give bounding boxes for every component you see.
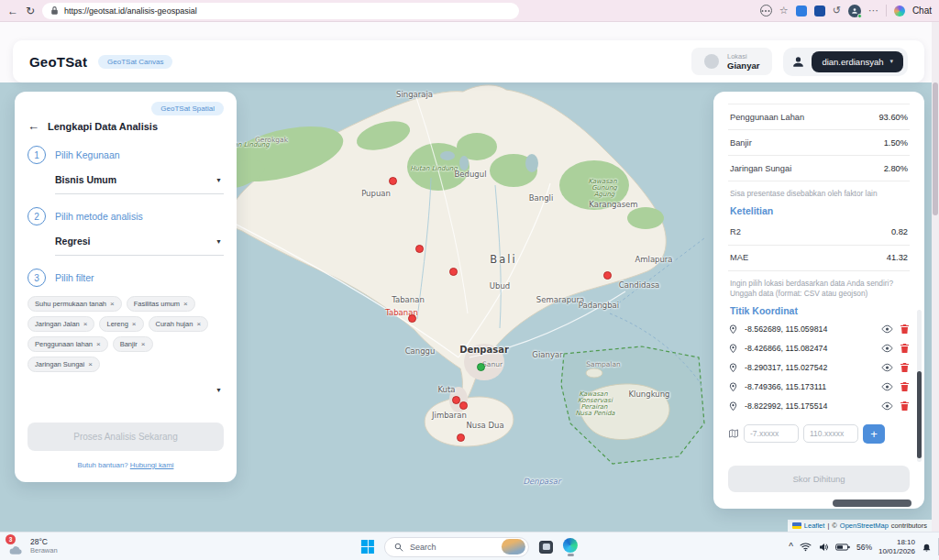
map-marker-green[interactable] xyxy=(477,363,485,371)
factor-row: Banjir 1.50% xyxy=(728,130,910,156)
map-marker-red[interactable] xyxy=(603,271,612,280)
map-data-icon[interactable] xyxy=(728,428,739,439)
location-selector[interactable]: Lokasi Gianyar xyxy=(691,48,772,75)
start-button[interactable] xyxy=(361,540,374,553)
toggle-visibility-button[interactable] xyxy=(881,363,893,372)
factor-list: Penggunaan Lahan 93.60% Banjir 1.50% Jar… xyxy=(728,104,910,181)
remove-filter-icon[interactable]: × xyxy=(183,300,188,308)
filter-chip[interactable]: Jaringan Sungai× xyxy=(28,357,100,372)
panel-hscrollbar-thumb[interactable] xyxy=(833,500,911,507)
page-scrollbar-thumb[interactable] xyxy=(933,82,938,215)
openstreetmap-link[interactable]: OpenStreetMap xyxy=(840,522,889,530)
upload-note: Ingin pilih lokasi berdasarkan data Anda… xyxy=(730,279,908,300)
search-icon xyxy=(394,543,403,552)
address-bar[interactable]: https://geotsat.id/analisis-geospasial xyxy=(42,3,519,19)
profile-avatar[interactable] xyxy=(848,5,861,17)
app-header: GeoTSat GeoTSat Canvas Lokasi Gianyar di… xyxy=(13,40,924,82)
filter-chip[interactable]: Penggunaan lahan× xyxy=(28,336,108,352)
delete-coordinate-button[interactable] xyxy=(900,401,910,412)
extension-icon[interactable] xyxy=(796,5,807,16)
copilot-icon[interactable] xyxy=(894,5,905,16)
map-marker-red[interactable] xyxy=(389,177,397,185)
back-button[interactable]: ← xyxy=(28,119,39,133)
filter-chip[interactable]: Suhu permukaan tanah× xyxy=(28,296,122,312)
usage-dropdown[interactable]: Bisnis Umum ▼ xyxy=(55,164,224,194)
battery-icon[interactable] xyxy=(835,543,850,552)
weather-widget[interactable]: 3 28°C Berawan xyxy=(6,535,58,555)
username-pill[interactable]: dian.erdiansyah ▾ xyxy=(812,51,903,72)
process-analysis-button[interactable]: Proses Analisis Sekarang xyxy=(28,423,224,451)
filter-dropdown-toggle[interactable]: ▼ xyxy=(28,379,224,396)
pin-icon xyxy=(728,401,738,412)
extensions-icon[interactable] xyxy=(760,5,772,16)
edge-browser-icon[interactable] xyxy=(563,538,578,556)
map-marker-red[interactable] xyxy=(415,245,424,253)
toggle-visibility-button[interactable] xyxy=(881,344,893,353)
step-number: 1 xyxy=(28,146,46,164)
page-scrollbar[interactable] xyxy=(932,22,939,532)
taskbar-app-icon[interactable] xyxy=(539,541,553,554)
method-dropdown[interactable]: Regresi ▼ xyxy=(55,225,224,256)
remove-filter-icon[interactable]: × xyxy=(196,320,201,328)
filter-chip[interactable]: Jaringan Jalan× xyxy=(28,316,94,332)
filter-chip[interactable]: Curah hujan× xyxy=(149,316,209,332)
toggle-visibility-button[interactable] xyxy=(881,324,893,334)
chat-button[interactable]: Chat xyxy=(912,5,932,16)
toggle-visibility-button[interactable] xyxy=(881,382,893,391)
step-label: Pilih filter xyxy=(55,272,94,283)
map-label: Nusa Dua xyxy=(466,421,503,430)
add-coordinate-button[interactable]: + xyxy=(863,424,885,444)
map-marker-red[interactable] xyxy=(457,434,465,442)
history-icon[interactable]: ↺ xyxy=(833,5,841,16)
volume-icon[interactable] xyxy=(818,542,829,553)
factors-note: Sisa presentase disebabkan oleh faktor l… xyxy=(730,189,908,200)
map-label: Padangbai xyxy=(579,301,619,310)
remove-filter-icon[interactable]: × xyxy=(88,360,93,368)
map-marker-red[interactable] xyxy=(452,396,460,404)
delete-coordinate-button[interactable] xyxy=(900,362,910,373)
latitude-input[interactable] xyxy=(744,424,799,443)
taskbar-center: Search xyxy=(361,533,578,560)
toggle-visibility-button[interactable] xyxy=(881,401,893,411)
location-icon xyxy=(704,54,719,69)
extension-icon[interactable] xyxy=(814,5,825,16)
score-button[interactable]: Skor Dihitung xyxy=(728,466,910,492)
browser-refresh-button[interactable]: ↻ xyxy=(26,5,35,16)
tray-chevron-up-icon[interactable]: ^ xyxy=(789,542,793,552)
map-label: Gianyar xyxy=(532,350,562,359)
coordinate-value: -8.822992, 115.175514 xyxy=(745,401,875,411)
favorites-star-icon[interactable]: ☆ xyxy=(779,5,789,16)
remove-filter-icon[interactable]: × xyxy=(83,320,88,328)
notification-bell-icon[interactable] xyxy=(922,542,932,553)
longitude-input[interactable] xyxy=(803,424,858,443)
taskbar: 3 28°C Berawan Search ^ xyxy=(0,532,939,560)
browser-back-button[interactable]: ← xyxy=(7,5,18,16)
delete-coordinate-button[interactable] xyxy=(900,324,910,335)
remove-filter-icon[interactable]: × xyxy=(110,300,115,308)
remove-filter-icon[interactable]: × xyxy=(141,340,146,348)
wifi-icon[interactable] xyxy=(800,542,812,552)
delete-coordinate-button[interactable] xyxy=(900,381,910,392)
username-text: dian.erdiansyah xyxy=(822,57,883,67)
taskbar-search[interactable]: Search xyxy=(384,537,529,557)
site-lock-icon xyxy=(50,5,59,16)
filter-chip[interactable]: Fasilitas umum× xyxy=(127,296,195,312)
taskbar-clock[interactable]: 18:10 10/01/2026 xyxy=(878,538,915,556)
filter-chip[interactable]: Banjir× xyxy=(113,336,153,352)
search-highlight-thumbnail[interactable] xyxy=(502,539,525,555)
remove-filter-icon[interactable]: × xyxy=(96,340,101,348)
step-2: 2 Pilih metode analisis Regresi ▼ xyxy=(28,207,224,256)
factor-row: Jaringan Sungai 2.80% xyxy=(728,156,910,181)
panel-scrollbar-thumb[interactable] xyxy=(917,371,922,458)
coordinate-row: -8.822992, 115.175514 xyxy=(728,397,910,416)
map-marker-red[interactable] xyxy=(459,401,468,410)
contact-link[interactable]: Hubungi kami xyxy=(130,461,174,469)
delete-coordinate-button[interactable] xyxy=(900,343,910,354)
map-marker-red[interactable] xyxy=(408,314,416,323)
user-menu[interactable]: dian.erdiansyah ▾ xyxy=(783,48,908,76)
filter-chip[interactable]: Lereng× xyxy=(99,316,143,332)
browser-menu-icon[interactable]: ⋯ xyxy=(868,5,878,16)
leaflet-link[interactable]: Leaflet xyxy=(804,522,825,530)
map-marker-red[interactable] xyxy=(449,268,458,276)
remove-filter-icon[interactable]: × xyxy=(132,320,137,328)
